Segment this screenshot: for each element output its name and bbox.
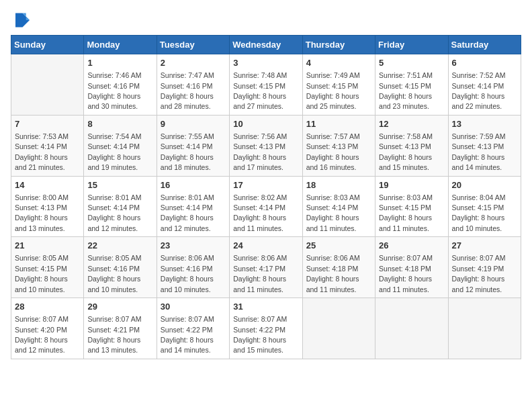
calendar-cell (448, 298, 521, 359)
day-info: Sunrise: 8:07 AM Sunset: 4:21 PM Dayligh… (87, 315, 141, 354)
day-info: Sunrise: 7:47 AM Sunset: 4:16 PM Dayligh… (161, 71, 214, 110)
day-number: 31 (233, 301, 298, 313)
calendar-cell: 28Sunrise: 8:07 AM Sunset: 4:20 PM Dayli… (11, 298, 84, 359)
day-info: Sunrise: 8:05 AM Sunset: 4:15 PM Dayligh… (15, 254, 69, 293)
day-number: 15 (87, 179, 152, 191)
day-number: 7 (15, 118, 80, 130)
day-number: 19 (379, 179, 444, 191)
calendar-cell: 19Sunrise: 8:03 AM Sunset: 4:15 PM Dayli… (375, 176, 448, 237)
day-info: Sunrise: 7:51 AM Sunset: 4:15 PM Dayligh… (379, 71, 433, 110)
calendar-cell: 16Sunrise: 8:01 AM Sunset: 4:14 PM Dayli… (157, 176, 229, 237)
day-info: Sunrise: 7:48 AM Sunset: 4:15 PM Dayligh… (233, 71, 287, 110)
calendar-cell: 30Sunrise: 8:07 AM Sunset: 4:22 PM Dayli… (157, 298, 229, 359)
day-info: Sunrise: 8:03 AM Sunset: 4:15 PM Dayligh… (379, 193, 433, 232)
calendar-cell: 18Sunrise: 8:03 AM Sunset: 4:14 PM Dayli… (302, 176, 375, 237)
calendar-cell: 9Sunrise: 7:55 AM Sunset: 4:14 PM Daylig… (157, 115, 229, 176)
day-number: 12 (379, 118, 444, 130)
logo-icon (11, 11, 30, 30)
day-number: 10 (233, 118, 298, 130)
calendar-header-day: Tuesday (157, 36, 229, 54)
day-info: Sunrise: 7:53 AM Sunset: 4:14 PM Dayligh… (15, 132, 69, 171)
calendar-header-day: Wednesday (230, 36, 302, 54)
day-number: 20 (452, 179, 517, 191)
day-info: Sunrise: 8:01 AM Sunset: 4:14 PM Dayligh… (87, 193, 141, 232)
calendar-week-row: 7Sunrise: 7:53 AM Sunset: 4:14 PM Daylig… (11, 115, 521, 176)
day-info: Sunrise: 8:01 AM Sunset: 4:14 PM Dayligh… (161, 193, 214, 232)
day-info: Sunrise: 8:07 AM Sunset: 4:19 PM Dayligh… (452, 254, 506, 293)
day-info: Sunrise: 8:03 AM Sunset: 4:14 PM Dayligh… (306, 193, 360, 232)
calendar-cell: 2Sunrise: 7:47 AM Sunset: 4:16 PM Daylig… (157, 54, 229, 116)
day-info: Sunrise: 7:55 AM Sunset: 4:14 PM Dayligh… (161, 132, 214, 171)
calendar-cell: 25Sunrise: 8:06 AM Sunset: 4:18 PM Dayli… (302, 237, 375, 298)
day-info: Sunrise: 7:52 AM Sunset: 4:14 PM Dayligh… (452, 71, 506, 110)
day-number: 8 (87, 118, 152, 130)
calendar-cell: 21Sunrise: 8:05 AM Sunset: 4:15 PM Dayli… (11, 237, 84, 298)
day-info: Sunrise: 8:02 AM Sunset: 4:14 PM Dayligh… (233, 193, 287, 232)
day-number: 24 (233, 240, 298, 252)
day-info: Sunrise: 8:06 AM Sunset: 4:16 PM Dayligh… (161, 254, 214, 293)
day-number: 6 (452, 57, 517, 69)
day-number: 21 (15, 240, 80, 252)
calendar-cell (375, 298, 448, 359)
day-number: 22 (87, 240, 152, 252)
day-info: Sunrise: 8:04 AM Sunset: 4:15 PM Dayligh… (452, 193, 506, 232)
day-info: Sunrise: 8:00 AM Sunset: 4:13 PM Dayligh… (15, 193, 69, 232)
day-info: Sunrise: 8:05 AM Sunset: 4:16 PM Dayligh… (87, 254, 141, 293)
day-number: 26 (379, 240, 444, 252)
calendar-header-day: Monday (84, 36, 157, 54)
day-info: Sunrise: 7:46 AM Sunset: 4:16 PM Dayligh… (87, 71, 141, 110)
calendar-cell: 12Sunrise: 7:58 AM Sunset: 4:13 PM Dayli… (375, 115, 448, 176)
calendar-cell: 31Sunrise: 8:07 AM Sunset: 4:22 PM Dayli… (230, 298, 302, 359)
calendar-cell: 3Sunrise: 7:48 AM Sunset: 4:15 PM Daylig… (230, 54, 302, 116)
calendar-week-row: 14Sunrise: 8:00 AM Sunset: 4:13 PM Dayli… (11, 176, 521, 237)
day-info: Sunrise: 7:57 AM Sunset: 4:13 PM Dayligh… (306, 132, 360, 171)
calendar-cell (11, 54, 84, 116)
day-number: 2 (161, 57, 226, 69)
calendar-table: SundayMondayTuesdayWednesdayThursdayFrid… (11, 35, 521, 359)
day-number: 17 (233, 179, 298, 191)
day-info: Sunrise: 7:54 AM Sunset: 4:14 PM Dayligh… (87, 132, 141, 171)
calendar-cell: 11Sunrise: 7:57 AM Sunset: 4:13 PM Dayli… (302, 115, 375, 176)
calendar-header-day: Friday (375, 36, 448, 54)
calendar-header-day: Sunday (11, 36, 84, 54)
day-info: Sunrise: 8:07 AM Sunset: 4:22 PM Dayligh… (161, 315, 214, 354)
day-info: Sunrise: 8:07 AM Sunset: 4:18 PM Dayligh… (379, 254, 433, 293)
day-info: Sunrise: 8:07 AM Sunset: 4:20 PM Dayligh… (15, 315, 69, 354)
calendar-week-row: 21Sunrise: 8:05 AM Sunset: 4:15 PM Dayli… (11, 237, 521, 298)
calendar-cell: 27Sunrise: 8:07 AM Sunset: 4:19 PM Dayli… (448, 237, 521, 298)
calendar-cell: 17Sunrise: 8:02 AM Sunset: 4:14 PM Dayli… (230, 176, 302, 237)
calendar-week-row: 28Sunrise: 8:07 AM Sunset: 4:20 PM Dayli… (11, 298, 521, 359)
calendar-cell: 22Sunrise: 8:05 AM Sunset: 4:16 PM Dayli… (84, 237, 157, 298)
calendar-cell: 13Sunrise: 7:59 AM Sunset: 4:13 PM Dayli… (448, 115, 521, 176)
day-info: Sunrise: 7:49 AM Sunset: 4:15 PM Dayligh… (306, 71, 360, 110)
logo (11, 11, 32, 30)
calendar-cell: 29Sunrise: 8:07 AM Sunset: 4:21 PM Dayli… (84, 298, 157, 359)
calendar-cell: 24Sunrise: 8:06 AM Sunset: 4:17 PM Dayli… (230, 237, 302, 298)
calendar-cell: 15Sunrise: 8:01 AM Sunset: 4:14 PM Dayli… (84, 176, 157, 237)
day-number: 3 (233, 57, 298, 69)
day-info: Sunrise: 8:06 AM Sunset: 4:18 PM Dayligh… (306, 254, 360, 293)
calendar-cell: 14Sunrise: 8:00 AM Sunset: 4:13 PM Dayli… (11, 176, 84, 237)
day-number: 18 (306, 179, 371, 191)
day-number: 5 (379, 57, 444, 69)
day-number: 29 (87, 301, 152, 313)
calendar-cell: 10Sunrise: 7:56 AM Sunset: 4:13 PM Dayli… (230, 115, 302, 176)
day-number: 13 (452, 118, 517, 130)
calendar-header-row: SundayMondayTuesdayWednesdayThursdayFrid… (11, 36, 521, 54)
day-number: 16 (161, 179, 226, 191)
header (11, 11, 521, 30)
calendar-cell: 7Sunrise: 7:53 AM Sunset: 4:14 PM Daylig… (11, 115, 84, 176)
calendar-cell: 5Sunrise: 7:51 AM Sunset: 4:15 PM Daylig… (375, 54, 448, 116)
day-number: 27 (452, 240, 517, 252)
day-info: Sunrise: 7:59 AM Sunset: 4:13 PM Dayligh… (452, 132, 506, 171)
calendar-cell (302, 298, 375, 359)
day-number: 1 (87, 57, 152, 69)
calendar-cell: 26Sunrise: 8:07 AM Sunset: 4:18 PM Dayli… (375, 237, 448, 298)
day-number: 30 (161, 301, 226, 313)
day-number: 23 (161, 240, 226, 252)
day-number: 4 (306, 57, 371, 69)
day-number: 25 (306, 240, 371, 252)
calendar-header-day: Saturday (448, 36, 521, 54)
day-info: Sunrise: 7:56 AM Sunset: 4:13 PM Dayligh… (233, 132, 287, 171)
day-number: 11 (306, 118, 371, 130)
